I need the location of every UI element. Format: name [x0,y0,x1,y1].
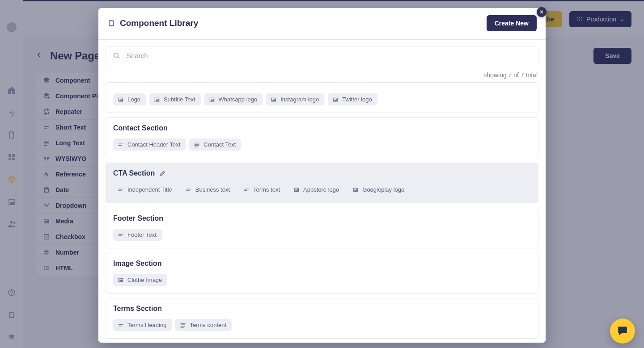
component-field-pill[interactable]: Footer Text [113,229,162,241]
pill-label: Footer Text [127,231,157,238]
component-field-pill[interactable]: Terms Heading [113,319,172,331]
short-text-icon [186,187,192,193]
component-card-title: Footer Section [113,214,163,222]
component-field-pill[interactable]: Terms content [175,319,232,331]
result-count: showing 7 of 7 total [98,68,546,82]
media-icon [293,187,300,193]
component-card[interactable]: Contact Section Contact Header Text Cont… [106,117,538,158]
pill-label: Logo [127,96,140,103]
close-icon[interactable]: ✕ [537,7,547,17]
pill-label: Appstore logo [303,186,339,193]
long-text-icon [180,322,186,328]
pencil-icon[interactable] [159,170,165,176]
component-field-pill[interactable]: Appstore logo [289,184,344,196]
chat-fab[interactable] [610,319,635,344]
pill-label: Googleplay logo [362,186,404,193]
short-text-icon [118,232,124,238]
pill-label: Independent Title [127,186,172,193]
component-field-pill[interactable]: Terms text [239,184,285,196]
component-field-pill[interactable]: Contact Text [189,138,241,151]
media-icon [118,96,124,103]
media-icon [271,96,277,103]
pill-label: Whatsapp logo [219,96,258,103]
pill-label: Contact Header Text [127,141,180,148]
component-card[interactable]: CTA Section Independent Title Business t… [106,163,538,203]
component-field-pill[interactable]: Business text [181,184,235,196]
pill-label: Business text [195,186,230,193]
media-icon [332,96,339,103]
modal-title: Component Library [120,18,198,28]
short-text-icon [118,187,124,193]
component-field-pill[interactable]: Clothe Image [113,274,167,286]
component-library-modal: ✕ Component Library Create New showing 7… [98,8,546,343]
pill-label: Contact Text [203,141,236,148]
long-text-icon [194,142,200,148]
component-card-title: Image Section [113,260,161,268]
component-field-pill[interactable]: Whatsapp logo [204,93,263,105]
component-card[interactable]: Image Section Clothe Image [106,253,538,293]
media-icon [154,96,160,103]
component-field-pill[interactable]: Contact Header Text [113,138,186,151]
search-icon [113,52,120,59]
short-text-icon [118,322,124,328]
pill-label: Subtitle Text [164,96,195,103]
pill-label: Terms text [253,186,280,193]
pill-label: Terms content [190,322,226,328]
component-field-pill[interactable]: Logo [113,93,146,105]
media-icon [352,187,359,193]
component-card[interactable]: Logo Subtitle Text Whatsapp logo Instagr… [106,82,538,113]
component-field-pill[interactable]: Googleplay logo [348,184,410,196]
component-card[interactable]: Terms Section Terms Heading Terms conten… [106,298,538,339]
media-icon [209,96,215,103]
chat-icon [617,325,628,337]
short-text-icon [243,187,250,193]
pill-label: Instagram logo [280,96,319,103]
component-field-pill[interactable]: Instagram logo [266,93,324,105]
component-card[interactable]: Footer Section Footer Text [106,208,538,248]
search-input[interactable] [127,52,531,59]
pill-label: Twitter logo [342,96,372,103]
component-card-title: CTA Section [113,169,155,177]
media-icon [118,277,124,283]
pill-label: Terms Heading [127,322,166,328]
create-new-button[interactable]: Create New [487,15,537,31]
component-card-title: Terms Section [113,305,162,313]
pill-label: Clothe Image [127,277,162,283]
short-text-icon [118,142,124,148]
book-icon [107,19,115,27]
component-field-pill[interactable]: Subtitle Text [149,93,201,105]
component-card-title: Contact Section [113,124,168,132]
component-field-pill[interactable]: Twitter logo [328,93,377,105]
component-field-pill[interactable]: Independent Title [113,184,178,196]
search-field[interactable] [106,46,538,65]
